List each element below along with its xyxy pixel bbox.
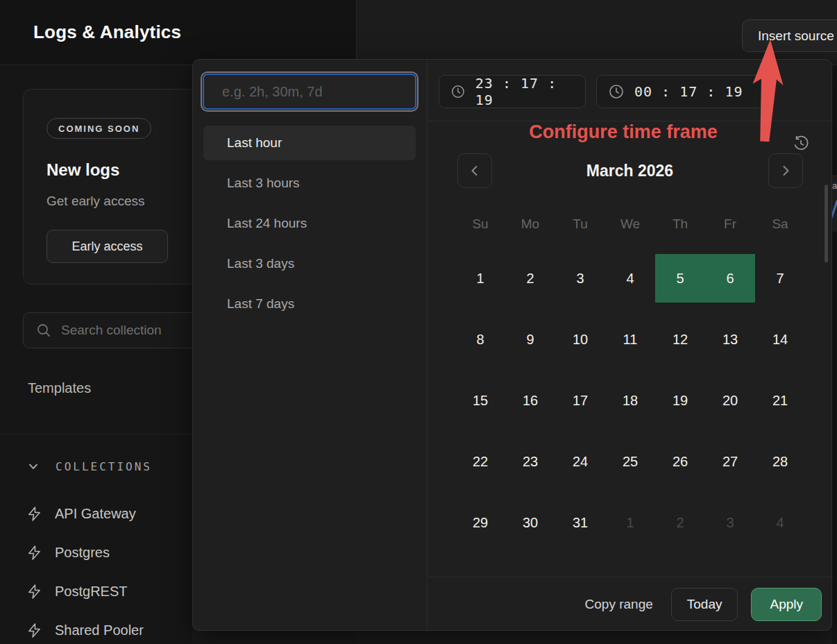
weekday-label: Sa [755, 214, 805, 235]
zap-icon [26, 545, 42, 561]
calendar-day[interactable]: 6 [705, 254, 755, 303]
collection-label: PostgREST [55, 584, 127, 600]
calendar-day[interactable]: 4 [755, 498, 805, 547]
collection-label: Shared Pooler [55, 622, 144, 638]
calendar-day[interactable]: 30 [505, 498, 555, 547]
calendar-footer: Copy range Today Apply [427, 577, 833, 631]
annotation-text: Configure time frame [516, 121, 731, 143]
calendar-day[interactable]: 15 [455, 376, 505, 425]
calendar-day[interactable]: 29 [455, 498, 505, 547]
calendar-day[interactable]: 17 [555, 376, 605, 425]
sidebar-divider [0, 434, 192, 434]
calendar-day[interactable]: 16 [505, 376, 555, 425]
calendar-day[interactable]: 1 [605, 498, 655, 547]
calendar-day[interactable]: 12 [655, 315, 705, 364]
preset-option[interactable]: Last 3 hours [203, 166, 416, 201]
preset-option[interactable]: Last 3 days [203, 246, 416, 281]
preset-list: Last hourLast 3 hoursLast 24 hoursLast 3… [203, 126, 416, 321]
calendar-day[interactable]: 5 [655, 254, 705, 303]
calendar-day[interactable]: 14 [755, 315, 805, 364]
end-time-input[interactable]: 00 : 17 : 19 [596, 75, 763, 108]
calendar-day[interactable]: 13 [705, 315, 755, 364]
calendar-day[interactable]: 27 [705, 437, 755, 486]
sidebar: COMING SOON New logs Get early access Ea… [0, 65, 192, 644]
promo-subtitle: Get early access [46, 194, 145, 209]
promo-title: New logs [46, 160, 119, 180]
collection-item[interactable]: API Gateway [26, 494, 192, 533]
start-time-input[interactable]: 23 : 17 : 19 [439, 75, 586, 108]
calendar-day[interactable]: 22 [455, 437, 505, 486]
annotation-arrow-icon [748, 38, 788, 145]
collection-label: Postgres [55, 545, 110, 561]
preset-option[interactable]: Last 7 days [203, 287, 416, 321]
collection-item[interactable]: Shared Pooler [26, 611, 192, 644]
calendar-day[interactable]: 21 [755, 376, 805, 425]
calendar-day[interactable]: 3 [555, 254, 605, 303]
collection-label: API Gateway [55, 506, 136, 522]
calendar-day[interactable]: 28 [755, 437, 805, 486]
background-edge-strip [832, 65, 837, 644]
calendar-day[interactable]: 25 [605, 437, 655, 486]
calendar-panel: 23 : 17 : 19 00 : 17 : 19 March 2026 SuM… [427, 60, 833, 630]
zap-icon [26, 506, 42, 522]
collections-header-label: COLLECTIONS [56, 460, 152, 473]
weekday-label: Mo [505, 214, 555, 235]
calendar-day[interactable]: 24 [555, 437, 605, 486]
page-title: Logs & Analytics [33, 22, 181, 43]
collection-item[interactable]: Postgres [26, 533, 192, 572]
weekday-label: Su [455, 214, 505, 235]
weekday-header-row: SuMoTuWeThFrSa [455, 214, 805, 235]
scrollbar-thumb[interactable] [825, 185, 828, 262]
weekday-label: Th [655, 214, 705, 235]
history-clock-icon [792, 135, 810, 153]
start-time-value: 23 : 17 : 19 [475, 75, 574, 108]
calendar-day[interactable]: 26 [655, 437, 705, 486]
calendar-day[interactable]: 23 [505, 437, 555, 486]
clock-icon [450, 83, 466, 100]
chevron-down-icon [26, 459, 40, 473]
calendar-day[interactable]: 11 [605, 315, 655, 364]
chevron-right-icon [779, 164, 793, 178]
collections-section-header[interactable]: COLLECTIONS [26, 459, 152, 473]
calendar-day-grid: 1234567891011121314151617181920212223242… [455, 254, 805, 547]
end-time-value: 00 : 17 : 19 [634, 83, 743, 100]
early-access-button[interactable]: Early access [46, 230, 168, 263]
calendar-day[interactable]: 2 [655, 498, 705, 547]
calendar-day[interactable]: 10 [555, 315, 605, 364]
calendar-day[interactable]: 4 [605, 254, 655, 303]
calendar-day[interactable]: 7 [755, 254, 805, 303]
sidebar-item-templates[interactable]: Templates [28, 380, 91, 396]
calendar-day[interactable]: 3 [705, 498, 755, 547]
today-button[interactable]: Today [671, 588, 738, 621]
preset-option[interactable]: Last hour [203, 126, 416, 160]
copy-range-button[interactable]: Copy range [585, 597, 653, 612]
calendar-day[interactable]: 20 [705, 376, 755, 425]
weekday-label: Tu [555, 214, 605, 235]
calendar-day[interactable]: 9 [505, 315, 555, 364]
next-month-button[interactable] [768, 153, 803, 188]
calendar-day[interactable]: 8 [455, 315, 505, 364]
clock-icon [608, 83, 625, 100]
page-header-left: Logs & Analytics [0, 0, 357, 65]
reset-time-button[interactable] [792, 135, 810, 153]
apply-button[interactable]: Apply [751, 588, 822, 621]
calendar-day[interactable]: 18 [605, 376, 655, 425]
preset-panel: Last hourLast 3 hoursLast 24 hoursLast 3… [193, 60, 428, 630]
custom-range-input[interactable] [203, 74, 416, 110]
zap-icon [26, 622, 42, 638]
search-placeholder: Search collection [61, 323, 162, 338]
preset-option[interactable]: Last 24 hours [203, 206, 416, 241]
time-picker-popover: Last hourLast 3 hoursLast 24 hoursLast 3… [192, 59, 832, 631]
new-logs-promo-card: COMING SOON New logs Get early access Ea… [23, 89, 196, 285]
calendar-day[interactable]: 19 [655, 376, 705, 425]
collections-list: API Gateway Postgres PostgREST Shared Po… [26, 494, 192, 644]
collection-item[interactable]: PostgREST [26, 572, 192, 611]
calendar-day[interactable]: 2 [505, 254, 555, 303]
search-icon [36, 323, 51, 338]
calendar-day[interactable]: 31 [555, 498, 605, 547]
weekday-label: Fr [705, 214, 755, 235]
coming-soon-badge: COMING SOON [46, 118, 151, 139]
peek-text: a [832, 180, 837, 191]
calendar-day[interactable]: 1 [455, 254, 505, 303]
weekday-label: We [605, 214, 655, 235]
